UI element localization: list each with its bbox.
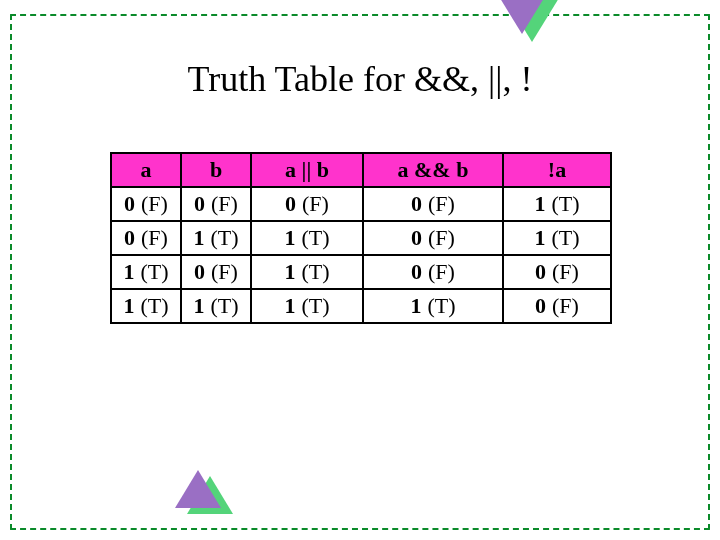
table-row: 0(F) 1(T) 1(T) 0(F) 1(T): [111, 221, 611, 255]
cell-or: 1(T): [251, 255, 363, 289]
col-header-not: !a: [503, 153, 611, 187]
cell-not: 0(F): [503, 255, 611, 289]
cell-and: 0(F): [363, 255, 503, 289]
cell-a: 1(T): [111, 289, 181, 323]
col-header-a: a: [111, 153, 181, 187]
cell-a: 0(F): [111, 187, 181, 221]
table-row: 1(T) 1(T) 1(T) 1(T) 0(F): [111, 289, 611, 323]
triangle-icon: [495, 0, 549, 34]
cell-a: 1(T): [111, 255, 181, 289]
table-header-row: a b a || b a && b !a: [111, 153, 611, 187]
cell-and: 0(F): [363, 221, 503, 255]
cell-b: 1(T): [181, 221, 251, 255]
table-row: 1(T) 0(F) 1(T) 0(F) 0(F): [111, 255, 611, 289]
cell-or: 1(T): [251, 289, 363, 323]
cell-b: 0(F): [181, 187, 251, 221]
cell-not: 1(T): [503, 187, 611, 221]
cell-or: 1(T): [251, 221, 363, 255]
cell-and: 1(T): [363, 289, 503, 323]
table-row: 0(F) 0(F) 0(F) 0(F) 1(T): [111, 187, 611, 221]
cell-b: 0(F): [181, 255, 251, 289]
cell-or: 0(F): [251, 187, 363, 221]
slide-title: Truth Table for &&, ||, !: [0, 58, 720, 100]
col-header-or: a || b: [251, 153, 363, 187]
truth-table: a b a || b a && b !a 0(F) 0(F) 0(F) 0(F)…: [110, 152, 612, 324]
cell-a: 0(F): [111, 221, 181, 255]
cell-and: 0(F): [363, 187, 503, 221]
triangle-icon: [175, 470, 221, 508]
col-header-and: a && b: [363, 153, 503, 187]
cell-not: 1(T): [503, 221, 611, 255]
cell-not: 0(F): [503, 289, 611, 323]
col-header-b: b: [181, 153, 251, 187]
cell-b: 1(T): [181, 289, 251, 323]
